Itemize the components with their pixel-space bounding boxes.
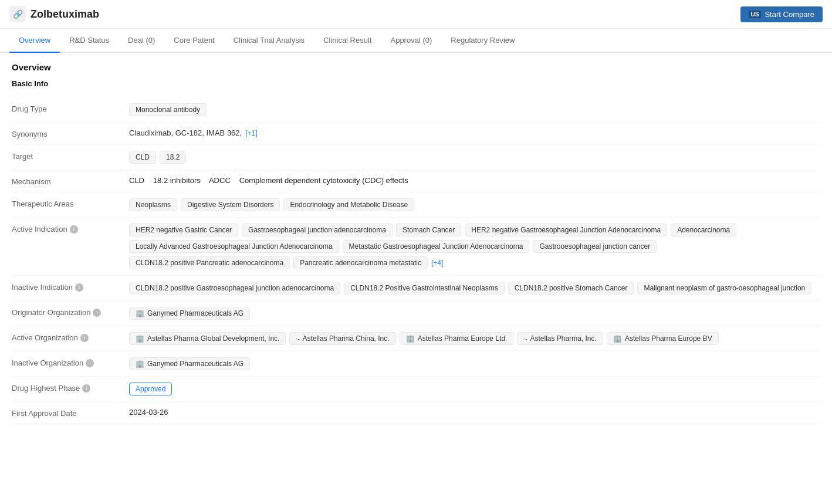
app-header: 🔗 Zolbetuximab US Start Compare (0, 0, 832, 29)
ta-tag-digestive[interactable]: Digestive System Disorders (181, 198, 280, 211)
ta-tag-endocrinology[interactable]: Endocrinology and Metabolic Disease (283, 198, 414, 211)
drug-highest-phase-info-icon[interactable]: i (82, 384, 90, 393)
first-approval-date-text: 2024-03-26 (129, 408, 168, 417)
originator-org-label: Originator Organization i (12, 307, 129, 317)
astellas-inc-name: Astellas Pharma, Inc. (530, 334, 597, 343)
inactive-ganymed-name: Ganymed Pharmaceuticals AG (147, 360, 243, 368)
inactive-org-label: Inactive Organization i (12, 357, 129, 367)
ii-tag-2[interactable]: CLDN18.2 Positive Gastrointestinal Neopl… (344, 282, 504, 295)
tab-approval[interactable]: Approval (0) (381, 29, 441, 53)
drug-type-label: Drug Type (12, 103, 129, 113)
ii-tag-1[interactable]: CLDN18.2 positive Gastroesophageal junct… (129, 282, 340, 295)
synonyms-value: Claudiximab, GC-182, IMAB 362, [+1] (129, 128, 820, 137)
inactive-org-row: Inactive Organization i 🏢 Ganymed Pharma… (12, 351, 820, 377)
approved-badge: Approved (129, 383, 172, 395)
astellas-inc-flag: ·- (523, 336, 527, 342)
inactive-indication-info-icon[interactable]: i (75, 283, 83, 292)
mechanism-value: CLD 18.2 inhibitors ADCC Complement depe… (129, 176, 820, 185)
start-compare-button[interactable]: US Start Compare (740, 6, 823, 22)
active-org-astellas-europe-bv[interactable]: 🏢 Astellas Pharma Europe BV (607, 332, 719, 345)
active-org-value: 🏢 Astellas Pharma Global Development, In… (129, 332, 820, 345)
active-org-info-icon[interactable]: i (80, 334, 89, 342)
ai-tag-4[interactable]: HER2 negative Gastroesophageal Junction … (465, 224, 667, 236)
active-org-astellas-china[interactable]: ·- Astellas Pharma China, Inc. (289, 332, 395, 345)
target-label: Target (12, 151, 129, 161)
synonyms-text: Claudiximab, GC-182, IMAB 362, (129, 128, 242, 137)
astellas-europe-ltd-icon: 🏢 (406, 334, 415, 343)
target-tag-182[interactable]: 18.2 (160, 151, 186, 164)
mechanism-part-4: Complement dependent cytotoxicity (CDC) … (239, 176, 408, 185)
ai-tag-9[interactable]: CLDN18.2 positive Pancreatic adenocarcin… (129, 256, 290, 269)
originator-org-info-icon[interactable]: i (93, 309, 101, 317)
ii-tag-3[interactable]: CLDN18.2 positive Stomach Cancer (508, 282, 634, 295)
first-approval-date-label: First Approval Date (12, 408, 129, 418)
astellas-europe-bv-name: Astellas Pharma Europe BV (625, 334, 712, 343)
astellas-europe-ltd-name: Astellas Pharma Europe Ltd. (418, 334, 508, 343)
mechanism-part-1: CLD (129, 176, 144, 185)
drug-type-row: Drug Type Monoclonal antibody (12, 97, 820, 123)
active-org-astellas-europe-ltd[interactable]: 🏢 Astellas Pharma Europe Ltd. (400, 332, 514, 345)
ganymed-org-icon: 🏢 (136, 309, 144, 317)
us-badge: US (749, 11, 762, 18)
synonyms-more-link[interactable]: [+1] (245, 129, 257, 137)
originator-org-ganymed[interactable]: 🏢 Ganymed Pharmaceuticals AG (129, 307, 250, 320)
therapeutic-areas-row: Therapeutic Areas Neoplasms Digestive Sy… (12, 192, 820, 218)
target-value: CLD 18.2 (129, 151, 820, 164)
main-content: Overview Basic Info Drug Type Monoclonal… (0, 53, 832, 434)
astellas-global-icon: 🏢 (136, 334, 144, 343)
ai-tag-1[interactable]: HER2 negative Gastric Cancer (129, 224, 238, 236)
therapeutic-areas-value: Neoplasms Digestive System Disorders End… (129, 198, 820, 211)
inactive-org-ganymed[interactable]: 🏢 Ganymed Pharmaceuticals AG (129, 357, 250, 370)
active-org-label: Active Organization i (12, 332, 129, 342)
active-indication-label: Active Indication i (12, 224, 129, 234)
section-title: Overview (12, 62, 820, 72)
ai-tag-6[interactable]: Locally Advanced Gastroesophageal Juncti… (129, 240, 339, 253)
inactive-org-info-icon[interactable]: i (86, 359, 94, 367)
astellas-china-name: Astellas Pharma China, Inc. (303, 334, 390, 343)
active-org-astellas-global[interactable]: 🏢 Astellas Pharma Global Development, In… (129, 332, 286, 345)
ai-tag-8[interactable]: Gastrooesophageal junction cancer (533, 240, 657, 253)
first-approval-date-value: 2024-03-26 (129, 408, 820, 417)
drug-title: Zolbetuximab (31, 8, 99, 21)
ai-tag-2[interactable]: Gastroesophageal junction adenocarcinoma (242, 224, 393, 236)
target-tag-cld[interactable]: CLD (129, 151, 156, 164)
ai-tag-10[interactable]: Pancreatic adenocarcinoma metastatic (293, 256, 428, 269)
basic-info-title: Basic Info (12, 79, 820, 88)
inactive-org-value: 🏢 Ganymed Pharmaceuticals AG (129, 357, 820, 370)
ii-tag-4[interactable]: Malignant neoplasm of gastro-oesophageal… (637, 282, 811, 295)
start-compare-label: Start Compare (765, 10, 814, 19)
tab-rd-status[interactable]: R&D Status (60, 29, 119, 53)
active-indication-more[interactable]: [+4] (431, 259, 443, 267)
therapeutic-areas-label: Therapeutic Areas (12, 198, 129, 208)
mechanism-part-3: ADCC (209, 176, 231, 185)
active-org-row: Active Organization i 🏢 Astellas Pharma … (12, 326, 820, 351)
active-indication-info-icon[interactable]: i (70, 225, 78, 234)
tab-regulatory-review[interactable]: Regulatory Review (441, 29, 524, 53)
synonyms-label: Synonyms (12, 128, 129, 138)
astellas-global-name: Astellas Pharma Global Development, Inc. (147, 334, 279, 343)
tab-overview[interactable]: Overview (9, 29, 60, 53)
first-approval-date-row: First Approval Date 2024-03-26 (12, 402, 820, 424)
drug-type-tag: Monoclonal antibody (129, 103, 207, 116)
active-indication-value: HER2 negative Gastric Cancer Gastroesoph… (129, 224, 820, 269)
tab-clinical-trial[interactable]: Clinical Trial Analysis (224, 29, 314, 53)
mechanism-label: Mechanism (12, 176, 129, 186)
ta-tag-neoplasms[interactable]: Neoplasms (129, 198, 177, 211)
ai-tag-5[interactable]: Adenocarcinoma (671, 224, 736, 236)
inactive-indication-row: Inactive Indication i CLDN18.2 positive … (12, 276, 820, 301)
header-left: 🔗 Zolbetuximab (9, 6, 99, 22)
originator-org-row: Originator Organization i 🏢 Ganymed Phar… (12, 301, 820, 326)
astellas-china-flag: ·- (296, 336, 299, 342)
active-indication-row: Active Indication i HER2 negative Gastri… (12, 218, 820, 276)
ai-tag-7[interactable]: Metastatic Gastroesophageal Junction Ade… (343, 240, 530, 253)
tab-clinical-result[interactable]: Clinical Result (314, 29, 381, 53)
tab-core-patent[interactable]: Core Patent (164, 29, 224, 53)
tab-deal[interactable]: Deal (0) (119, 29, 164, 53)
drug-highest-phase-label: Drug Highest Phase i (12, 383, 129, 393)
mechanism-text: CLD 18.2 inhibitors ADCC Complement depe… (129, 176, 411, 185)
active-org-astellas-inc[interactable]: ·- Astellas Pharma, Inc. (517, 332, 603, 345)
inactive-ganymed-icon: 🏢 (136, 360, 144, 368)
originator-org-value: 🏢 Ganymed Pharmaceuticals AG (129, 307, 820, 320)
ai-tag-3[interactable]: Stomach Cancer (396, 224, 461, 236)
drug-type-value: Monoclonal antibody (129, 103, 820, 116)
